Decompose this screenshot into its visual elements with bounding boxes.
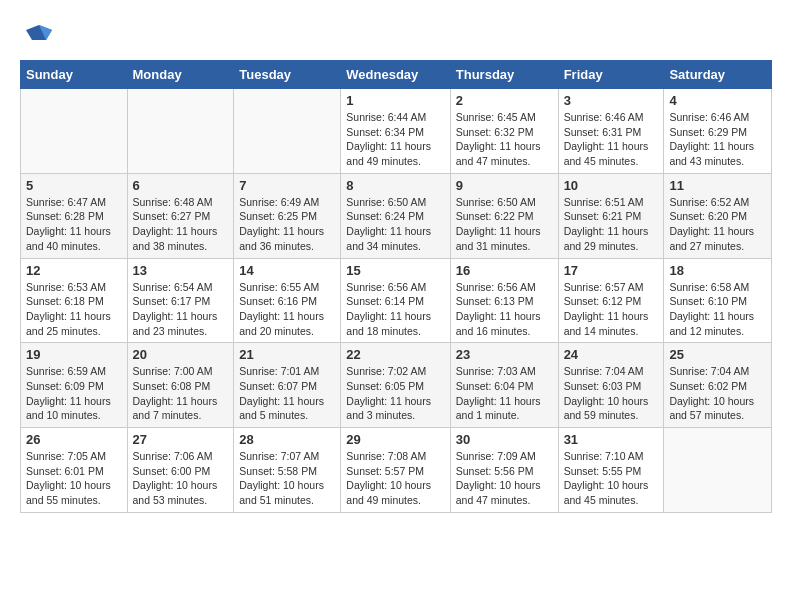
day-detail: Sunrise: 6:45 AM Sunset: 6:32 PM Dayligh… [456, 110, 553, 169]
calendar-cell: 4Sunrise: 6:46 AM Sunset: 6:29 PM Daylig… [664, 89, 772, 174]
day-detail: Sunrise: 6:54 AM Sunset: 6:17 PM Dayligh… [133, 280, 229, 339]
calendar-cell: 6Sunrise: 6:48 AM Sunset: 6:27 PM Daylig… [127, 173, 234, 258]
calendar-cell: 8Sunrise: 6:50 AM Sunset: 6:24 PM Daylig… [341, 173, 450, 258]
calendar-table: SundayMondayTuesdayWednesdayThursdayFrid… [20, 60, 772, 513]
day-number: 8 [346, 178, 444, 193]
day-number: 5 [26, 178, 122, 193]
day-detail: Sunrise: 7:03 AM Sunset: 6:04 PM Dayligh… [456, 364, 553, 423]
calendar-week-row: 19Sunrise: 6:59 AM Sunset: 6:09 PM Dayli… [21, 343, 772, 428]
day-detail: Sunrise: 6:47 AM Sunset: 6:28 PM Dayligh… [26, 195, 122, 254]
day-detail: Sunrise: 6:57 AM Sunset: 6:12 PM Dayligh… [564, 280, 659, 339]
day-detail: Sunrise: 6:59 AM Sunset: 6:09 PM Dayligh… [26, 364, 122, 423]
day-detail: Sunrise: 6:46 AM Sunset: 6:29 PM Dayligh… [669, 110, 766, 169]
day-number: 1 [346, 93, 444, 108]
day-number: 25 [669, 347, 766, 362]
calendar-cell: 27Sunrise: 7:06 AM Sunset: 6:00 PM Dayli… [127, 428, 234, 513]
day-number: 24 [564, 347, 659, 362]
calendar-cell: 29Sunrise: 7:08 AM Sunset: 5:57 PM Dayli… [341, 428, 450, 513]
day-detail: Sunrise: 6:56 AM Sunset: 6:14 PM Dayligh… [346, 280, 444, 339]
day-detail: Sunrise: 7:06 AM Sunset: 6:00 PM Dayligh… [133, 449, 229, 508]
calendar-cell: 16Sunrise: 6:56 AM Sunset: 6:13 PM Dayli… [450, 258, 558, 343]
calendar-cell [127, 89, 234, 174]
day-detail: Sunrise: 7:10 AM Sunset: 5:55 PM Dayligh… [564, 449, 659, 508]
calendar-week-row: 12Sunrise: 6:53 AM Sunset: 6:18 PM Dayli… [21, 258, 772, 343]
day-number: 29 [346, 432, 444, 447]
calendar-cell: 12Sunrise: 6:53 AM Sunset: 6:18 PM Dayli… [21, 258, 128, 343]
calendar-cell: 2Sunrise: 6:45 AM Sunset: 6:32 PM Daylig… [450, 89, 558, 174]
day-detail: Sunrise: 6:56 AM Sunset: 6:13 PM Dayligh… [456, 280, 553, 339]
day-number: 26 [26, 432, 122, 447]
day-number: 21 [239, 347, 335, 362]
calendar-body: 1Sunrise: 6:44 AM Sunset: 6:34 PM Daylig… [21, 89, 772, 513]
weekday-header-row: SundayMondayTuesdayWednesdayThursdayFrid… [21, 61, 772, 89]
day-number: 20 [133, 347, 229, 362]
day-number: 14 [239, 263, 335, 278]
calendar-cell: 7Sunrise: 6:49 AM Sunset: 6:25 PM Daylig… [234, 173, 341, 258]
day-detail: Sunrise: 6:58 AM Sunset: 6:10 PM Dayligh… [669, 280, 766, 339]
logo-icon [24, 20, 54, 50]
calendar-cell: 30Sunrise: 7:09 AM Sunset: 5:56 PM Dayli… [450, 428, 558, 513]
day-detail: Sunrise: 6:52 AM Sunset: 6:20 PM Dayligh… [669, 195, 766, 254]
calendar-cell: 18Sunrise: 6:58 AM Sunset: 6:10 PM Dayli… [664, 258, 772, 343]
weekday-header-tuesday: Tuesday [234, 61, 341, 89]
calendar-cell: 20Sunrise: 7:00 AM Sunset: 6:08 PM Dayli… [127, 343, 234, 428]
weekday-header-friday: Friday [558, 61, 664, 89]
day-detail: Sunrise: 7:04 AM Sunset: 6:03 PM Dayligh… [564, 364, 659, 423]
day-detail: Sunrise: 6:51 AM Sunset: 6:21 PM Dayligh… [564, 195, 659, 254]
day-detail: Sunrise: 7:09 AM Sunset: 5:56 PM Dayligh… [456, 449, 553, 508]
day-detail: Sunrise: 6:55 AM Sunset: 6:16 PM Dayligh… [239, 280, 335, 339]
weekday-header-monday: Monday [127, 61, 234, 89]
calendar-cell: 17Sunrise: 6:57 AM Sunset: 6:12 PM Dayli… [558, 258, 664, 343]
day-number: 18 [669, 263, 766, 278]
calendar-cell: 19Sunrise: 6:59 AM Sunset: 6:09 PM Dayli… [21, 343, 128, 428]
day-number: 10 [564, 178, 659, 193]
day-detail: Sunrise: 6:44 AM Sunset: 6:34 PM Dayligh… [346, 110, 444, 169]
page-header [20, 20, 772, 50]
calendar-cell: 25Sunrise: 7:04 AM Sunset: 6:02 PM Dayli… [664, 343, 772, 428]
weekday-header-sunday: Sunday [21, 61, 128, 89]
logo [20, 20, 54, 50]
day-number: 15 [346, 263, 444, 278]
day-number: 27 [133, 432, 229, 447]
day-number: 11 [669, 178, 766, 193]
day-detail: Sunrise: 7:02 AM Sunset: 6:05 PM Dayligh… [346, 364, 444, 423]
day-number: 16 [456, 263, 553, 278]
day-detail: Sunrise: 6:53 AM Sunset: 6:18 PM Dayligh… [26, 280, 122, 339]
day-detail: Sunrise: 7:04 AM Sunset: 6:02 PM Dayligh… [669, 364, 766, 423]
day-detail: Sunrise: 7:08 AM Sunset: 5:57 PM Dayligh… [346, 449, 444, 508]
day-detail: Sunrise: 7:05 AM Sunset: 6:01 PM Dayligh… [26, 449, 122, 508]
day-number: 22 [346, 347, 444, 362]
calendar-week-row: 1Sunrise: 6:44 AM Sunset: 6:34 PM Daylig… [21, 89, 772, 174]
calendar-cell: 9Sunrise: 6:50 AM Sunset: 6:22 PM Daylig… [450, 173, 558, 258]
day-number: 12 [26, 263, 122, 278]
day-number: 30 [456, 432, 553, 447]
calendar-cell: 3Sunrise: 6:46 AM Sunset: 6:31 PM Daylig… [558, 89, 664, 174]
day-detail: Sunrise: 7:01 AM Sunset: 6:07 PM Dayligh… [239, 364, 335, 423]
day-number: 3 [564, 93, 659, 108]
day-number: 2 [456, 93, 553, 108]
weekday-header-thursday: Thursday [450, 61, 558, 89]
calendar-week-row: 5Sunrise: 6:47 AM Sunset: 6:28 PM Daylig… [21, 173, 772, 258]
calendar-cell: 31Sunrise: 7:10 AM Sunset: 5:55 PM Dayli… [558, 428, 664, 513]
calendar-cell: 21Sunrise: 7:01 AM Sunset: 6:07 PM Dayli… [234, 343, 341, 428]
calendar-cell: 10Sunrise: 6:51 AM Sunset: 6:21 PM Dayli… [558, 173, 664, 258]
day-number: 23 [456, 347, 553, 362]
day-detail: Sunrise: 6:46 AM Sunset: 6:31 PM Dayligh… [564, 110, 659, 169]
calendar-cell: 13Sunrise: 6:54 AM Sunset: 6:17 PM Dayli… [127, 258, 234, 343]
day-detail: Sunrise: 6:50 AM Sunset: 6:22 PM Dayligh… [456, 195, 553, 254]
calendar-cell: 24Sunrise: 7:04 AM Sunset: 6:03 PM Dayli… [558, 343, 664, 428]
calendar-cell: 26Sunrise: 7:05 AM Sunset: 6:01 PM Dayli… [21, 428, 128, 513]
day-number: 7 [239, 178, 335, 193]
day-detail: Sunrise: 6:50 AM Sunset: 6:24 PM Dayligh… [346, 195, 444, 254]
day-number: 9 [456, 178, 553, 193]
calendar-cell [234, 89, 341, 174]
calendar-week-row: 26Sunrise: 7:05 AM Sunset: 6:01 PM Dayli… [21, 428, 772, 513]
calendar-cell: 28Sunrise: 7:07 AM Sunset: 5:58 PM Dayli… [234, 428, 341, 513]
day-number: 31 [564, 432, 659, 447]
day-number: 6 [133, 178, 229, 193]
calendar-header: SundayMondayTuesdayWednesdayThursdayFrid… [21, 61, 772, 89]
calendar-cell: 1Sunrise: 6:44 AM Sunset: 6:34 PM Daylig… [341, 89, 450, 174]
day-detail: Sunrise: 7:07 AM Sunset: 5:58 PM Dayligh… [239, 449, 335, 508]
calendar-cell [21, 89, 128, 174]
day-detail: Sunrise: 6:49 AM Sunset: 6:25 PM Dayligh… [239, 195, 335, 254]
